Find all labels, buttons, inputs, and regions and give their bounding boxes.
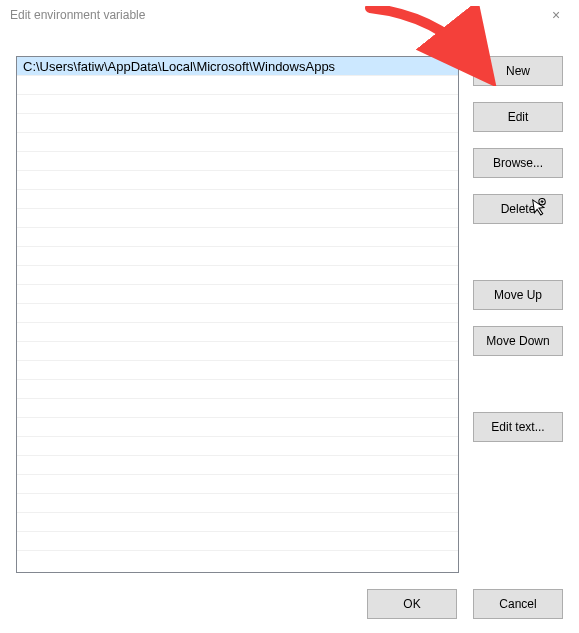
new-button[interactable]: New xyxy=(473,56,563,86)
ok-button[interactable]: OK xyxy=(367,589,457,619)
list-item[interactable]: C:\Users\fatiw\AppData\Local\Microsoft\W… xyxy=(17,57,458,76)
list-item[interactable] xyxy=(17,456,458,475)
browse-button[interactable]: Browse... xyxy=(473,148,563,178)
list-item[interactable] xyxy=(17,171,458,190)
path-listbox[interactable]: C:\Users\fatiw\AppData\Local\Microsoft\W… xyxy=(16,56,459,573)
list-item[interactable] xyxy=(17,152,458,171)
dialog-footer: OK Cancel xyxy=(367,589,563,619)
list-item[interactable] xyxy=(17,76,458,95)
list-item[interactable] xyxy=(17,133,458,152)
list-item[interactable] xyxy=(17,494,458,513)
titlebar: Edit environment variable × xyxy=(0,0,579,30)
dialog-body: C:\Users\fatiw\AppData\Local\Microsoft\W… xyxy=(16,56,563,573)
list-item[interactable] xyxy=(17,380,458,399)
list-item[interactable] xyxy=(17,228,458,247)
side-buttons: New Edit Browse... Delete Move Up Move D… xyxy=(473,56,563,573)
list-item[interactable] xyxy=(17,285,458,304)
edit-text-button[interactable]: Edit text... xyxy=(473,412,563,442)
list-item[interactable] xyxy=(17,247,458,266)
list-item[interactable] xyxy=(17,95,458,114)
move-down-button[interactable]: Move Down xyxy=(473,326,563,356)
move-up-button[interactable]: Move Up xyxy=(473,280,563,310)
window-title: Edit environment variable xyxy=(10,8,145,22)
list-item[interactable] xyxy=(17,361,458,380)
list-item[interactable] xyxy=(17,266,458,285)
list-item[interactable] xyxy=(17,532,458,551)
list-item[interactable] xyxy=(17,114,458,133)
list-item[interactable] xyxy=(17,209,458,228)
list-item[interactable] xyxy=(17,418,458,437)
edit-button[interactable]: Edit xyxy=(473,102,563,132)
list-item[interactable] xyxy=(17,513,458,532)
close-button[interactable]: × xyxy=(541,0,571,30)
spacer xyxy=(473,372,563,396)
list-item[interactable] xyxy=(17,190,458,209)
spacer xyxy=(473,240,563,264)
list-item[interactable] xyxy=(17,342,458,361)
list-item[interactable] xyxy=(17,437,458,456)
list-item[interactable] xyxy=(17,475,458,494)
list-item[interactable] xyxy=(17,399,458,418)
list-item[interactable] xyxy=(17,304,458,323)
cancel-button[interactable]: Cancel xyxy=(473,589,563,619)
delete-button[interactable]: Delete xyxy=(473,194,563,224)
list-item[interactable] xyxy=(17,323,458,342)
